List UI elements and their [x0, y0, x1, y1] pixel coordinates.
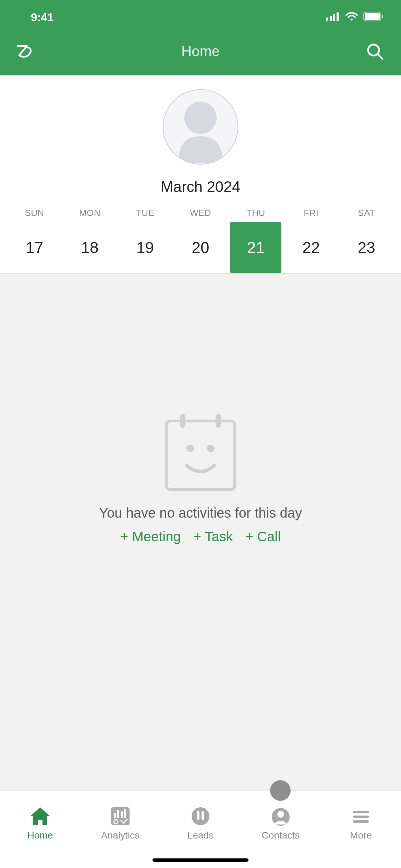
month-label[interactable]: March 2024 [0, 178, 401, 195]
add-meeting-link[interactable]: + Meeting [120, 529, 181, 544]
calendar-section: March 2024 SUN MON TUE WED THU FRI SAT 1… [0, 75, 401, 274]
weekday-label: FRI [283, 208, 339, 218]
day-number: 19 [120, 222, 171, 273]
home-indicator[interactable] [153, 858, 248, 862]
svg-point-23 [277, 811, 284, 818]
svg-rect-5 [365, 13, 380, 20]
svg-line-8 [378, 55, 382, 59]
weekday-label: SUN [7, 208, 62, 218]
avatar[interactable] [163, 89, 238, 165]
svg-rect-12 [216, 414, 221, 428]
tab-leads[interactable]: Leads [187, 806, 214, 841]
empty-state-message: You have no activities for this day [99, 505, 302, 521]
day-cell[interactable]: 17 [7, 222, 62, 273]
day-number: 23 [341, 222, 392, 273]
svg-rect-16 [114, 813, 116, 818]
add-call-link[interactable]: + Call [245, 529, 281, 544]
app-header: Home [0, 34, 401, 75]
day-number: 18 [64, 222, 116, 273]
tab-label: Leads [187, 830, 214, 841]
tab-label: Contacts [262, 830, 300, 841]
svg-rect-17 [117, 810, 119, 818]
weekday-label: TUE [118, 208, 173, 218]
home-icon [28, 806, 52, 827]
svg-rect-0 [326, 17, 328, 21]
day-cell[interactable]: 19 [118, 222, 173, 273]
tab-analytics[interactable]: Analytics [101, 806, 139, 841]
day-number: 17 [9, 222, 60, 273]
day-number: 22 [285, 222, 337, 273]
svg-point-14 [207, 445, 215, 452]
contacts-icon [269, 806, 293, 827]
bottom-bar: Home Analytics Leads Contacts [0, 790, 401, 868]
tab-label: More [350, 830, 372, 841]
weekday-label: SAT [339, 208, 394, 218]
day-cell[interactable]: 22 [283, 222, 339, 273]
weekday-header: SUN MON TUE WED THU FRI SAT [0, 208, 401, 218]
tab-label: Analytics [101, 830, 139, 841]
day-cell[interactable]: 18 [62, 222, 117, 273]
tab-bar: Home Analytics Leads Contacts [0, 791, 401, 852]
svg-rect-1 [330, 16, 332, 21]
tab-label: Home [27, 830, 53, 841]
add-task-link[interactable]: + Task [193, 529, 233, 544]
svg-point-7 [368, 45, 379, 56]
week-row: 17 18 19 20 21 22 23 [0, 218, 401, 273]
content-area: You have no activities for this day + Me… [0, 274, 401, 790]
tab-contacts[interactable]: Contacts [262, 806, 300, 841]
status-icons [326, 12, 384, 23]
day-cell-selected[interactable]: 21 [228, 222, 283, 273]
svg-rect-11 [180, 414, 185, 428]
svg-rect-6 [382, 15, 383, 18]
zia-icon[interactable] [16, 42, 36, 61]
tab-more[interactable]: More [349, 806, 373, 841]
svg-rect-18 [121, 811, 123, 818]
recording-indicator-icon [270, 780, 291, 801]
svg-point-21 [192, 807, 209, 825]
page-title: Home [181, 43, 220, 60]
svg-rect-25 [353, 816, 369, 818]
day-cell[interactable]: 20 [173, 222, 228, 273]
search-icon[interactable] [365, 42, 385, 61]
leads-icon [189, 806, 212, 827]
svg-rect-26 [353, 820, 369, 823]
signal-icon [326, 12, 340, 22]
svg-point-13 [186, 445, 194, 452]
status-bar: 9:41 [0, 0, 401, 34]
day-number: 20 [175, 222, 226, 273]
menu-icon [349, 806, 373, 827]
weekday-label: MON [62, 208, 117, 218]
wifi-icon [345, 12, 359, 23]
day-cell[interactable]: 23 [339, 222, 394, 273]
weekday-label: THU [228, 208, 283, 218]
tab-home[interactable]: Home [27, 806, 53, 841]
weekday-label: WED [173, 208, 228, 218]
quick-action-row: + Meeting + Task + Call [120, 529, 281, 544]
status-time: 9:41 [31, 11, 53, 24]
day-number: 21 [230, 222, 281, 273]
calendar-smile-icon [163, 411, 238, 493]
svg-point-9 [184, 101, 217, 134]
svg-rect-2 [333, 14, 335, 21]
analytics-icon [108, 806, 132, 827]
svg-rect-10 [166, 421, 235, 490]
svg-rect-3 [337, 12, 339, 21]
svg-rect-19 [124, 809, 126, 818]
svg-rect-24 [353, 811, 369, 813]
battery-icon [363, 12, 384, 23]
